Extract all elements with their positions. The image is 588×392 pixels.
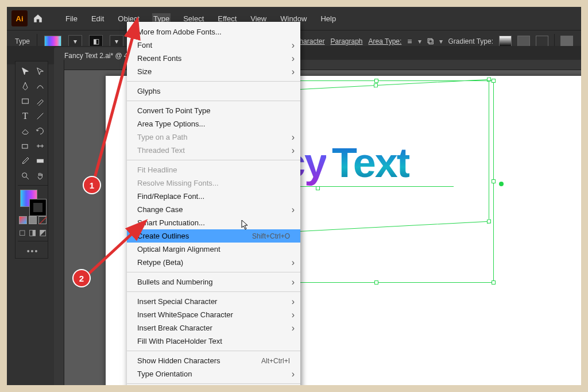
- svg-line-5: [26, 177, 29, 179]
- home-icon[interactable]: [30, 10, 46, 26]
- menu-item-optical-margin[interactable]: Optical Margin Alignment: [127, 243, 300, 256]
- menu-item-insert-special[interactable]: Insert Special Character: [127, 295, 300, 308]
- curvature-tool-icon[interactable]: [33, 79, 48, 94]
- menu-divider: [127, 351, 300, 351]
- pen-tool-icon[interactable]: [18, 79, 33, 94]
- align-icon[interactable]: ≡: [407, 37, 412, 46]
- rotate-handle[interactable]: [499, 182, 504, 186]
- eraser-tool-icon[interactable]: [18, 124, 33, 139]
- color-mode-icon[interactable]: [19, 216, 27, 224]
- gradient-linear-swatch[interactable]: [499, 36, 512, 47]
- selection-handle[interactable]: [492, 179, 496, 183]
- menu-item-insert-break[interactable]: Insert Break Character: [127, 321, 300, 335]
- type-tool-icon[interactable]: T: [18, 109, 33, 124]
- selection-handle[interactable]: [374, 79, 378, 83]
- shortcut-label: Shift+Ctrl+O: [252, 232, 290, 240]
- menu-divider: [127, 81, 300, 82]
- rotate-tool-icon[interactable]: [33, 124, 48, 139]
- gradient-tool-icon[interactable]: [33, 153, 48, 168]
- menu-item-recent-fonts[interactable]: Recent Fonts: [127, 52, 300, 65]
- menu-divider: [127, 291, 300, 292]
- gradient-edit-swatch[interactable]: [560, 36, 573, 47]
- menu-file[interactable]: File: [64, 13, 79, 24]
- gradient-mode-icon[interactable]: [29, 216, 37, 224]
- paintbrush-tool-icon[interactable]: [33, 94, 48, 109]
- menu-item-resolve-missing: Resolve Missing Fonts...: [127, 176, 300, 190]
- shortcut-label: Alt+Ctrl+I: [261, 357, 290, 365]
- hand-tool-icon[interactable]: [33, 168, 48, 183]
- gradient-radial-swatch[interactable]: [517, 36, 530, 47]
- line-tool-icon[interactable]: [33, 109, 48, 124]
- menu-divider: [127, 272, 300, 272]
- menu-item-fit-headline: Fit Headline: [127, 163, 300, 176]
- selection-tool-icon[interactable]: [18, 64, 33, 79]
- menu-item-retype[interactable]: Retype (Beta): [127, 256, 300, 269]
- zoom-tool-icon[interactable]: [18, 168, 33, 183]
- direct-selection-tool-icon[interactable]: [33, 64, 48, 79]
- svg-rect-2: [22, 144, 28, 148]
- edit-toolbar-icon[interactable]: •••: [18, 243, 48, 256]
- none-mode-icon[interactable]: [38, 216, 47, 224]
- ruler-vertical: [54, 60, 64, 385]
- menu-item-convert-point[interactable]: Convert To Point Type: [127, 104, 300, 117]
- draw-normal-icon[interactable]: ◻: [19, 228, 26, 237]
- menu-item-insert-ws[interactable]: Insert WhiteSpace Character: [127, 308, 300, 321]
- svg-point-4: [22, 173, 27, 178]
- menu-item-size[interactable]: Size: [127, 65, 300, 78]
- menu-divider: [127, 101, 300, 101]
- app-icon: Ai: [11, 10, 28, 26]
- gradient-freeform-swatch[interactable]: [536, 36, 548, 47]
- menu-item-font[interactable]: Font: [127, 39, 300, 52]
- menu-divider: [127, 383, 300, 384]
- width-tool-icon[interactable]: [33, 139, 48, 153]
- menu-item-area-options[interactable]: Area Type Options...: [127, 117, 300, 130]
- fill-swatch[interactable]: [44, 36, 61, 47]
- eyedropper-tool-icon[interactable]: [18, 153, 33, 168]
- menu-item-smart-punct[interactable]: Smart Punctuation...: [127, 216, 300, 229]
- selection-handle[interactable]: [374, 280, 378, 285]
- menu-item-change-case[interactable]: Change Case: [127, 203, 300, 216]
- menu-item-bullets[interactable]: Bullets and Numbering: [127, 275, 300, 289]
- menu-help[interactable]: Help: [319, 13, 337, 24]
- dropdown-icon[interactable]: ▾: [418, 37, 421, 45]
- stroke-color-icon[interactable]: [29, 199, 47, 216]
- svg-rect-0: [22, 99, 29, 103]
- selection-handle[interactable]: [492, 79, 496, 83]
- options-type-label: Type: [15, 37, 30, 45]
- menu-item-more-fonts[interactable]: More from Adobe Fonts...: [127, 25, 300, 39]
- gradient-type-label: Gradient Type:: [448, 37, 494, 45]
- selection-handle[interactable]: [492, 280, 496, 285]
- cursor-icon: [241, 220, 249, 232]
- chain-icon[interactable]: ⧉: [427, 36, 434, 47]
- type-menu-dropdown: More from Adobe Fonts... Font Recent Fon…: [127, 22, 300, 385]
- menu-item-type-orientation[interactable]: Type Orientation: [127, 367, 300, 381]
- svg-rect-3: [37, 159, 44, 162]
- menu-item-show-hidden[interactable]: Show Hidden CharactersAlt+Ctrl+I: [127, 354, 300, 367]
- menu-item-threaded-text: Threaded Text: [127, 144, 300, 157]
- shape-builder-tool-icon[interactable]: [18, 139, 33, 153]
- menu-item-create-outlines[interactable]: Create OutlinesShift+Ctrl+O: [127, 229, 300, 243]
- menu-divider: [127, 160, 300, 160]
- menu-item-find-replace[interactable]: Find/Replace Font...: [127, 190, 300, 203]
- area-type-link[interactable]: Area Type:: [369, 37, 402, 45]
- screen-modes: ◻ ◨ ◩: [18, 225, 48, 239]
- toolbox: T ◻ ◨ ◩ •••: [15, 61, 48, 259]
- paragraph-link[interactable]: Paragraph: [330, 37, 362, 45]
- menu-edit[interactable]: Edit: [90, 13, 105, 24]
- menu-item-fill-placeholder[interactable]: Fill With PlaceHolder Text: [127, 335, 300, 348]
- dropdown-icon[interactable]: ▾: [439, 37, 443, 45]
- svg-line-1: [37, 113, 44, 120]
- menu-item-type-on-path: Type on a Path: [127, 130, 300, 144]
- menu-item-glyphs[interactable]: Glyphs: [127, 84, 300, 98]
- fill-stroke-control[interactable]: [18, 189, 48, 215]
- annotation-badge-1: 1: [84, 177, 100, 193]
- draw-inside-icon[interactable]: ◩: [39, 228, 47, 237]
- anchor-point[interactable]: [316, 186, 320, 190]
- draw-behind-icon[interactable]: ◨: [29, 228, 36, 237]
- color-modes: [18, 215, 48, 225]
- rectangle-tool-icon[interactable]: [18, 94, 33, 109]
- annotation-badge-2: 2: [74, 270, 90, 286]
- illustrator-window: Ai File Edit Object Type Select Effect V…: [7, 7, 581, 385]
